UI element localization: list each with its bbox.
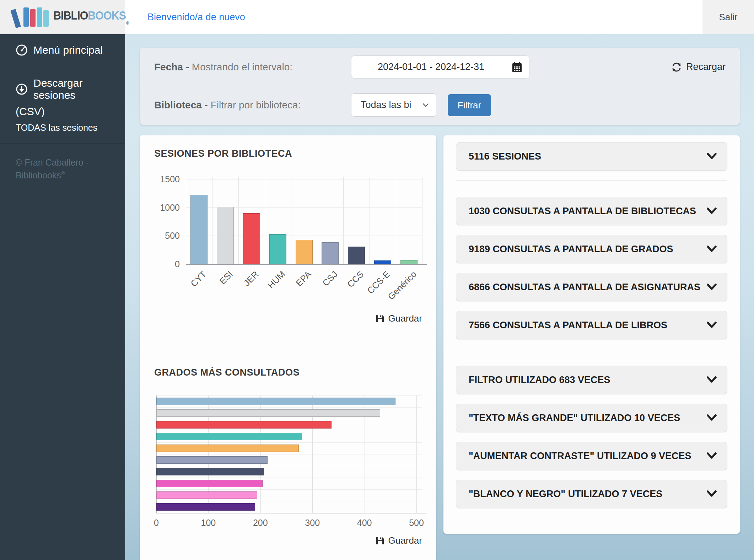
library-filter-row: Biblioteca - Filtrar por biblioteca: Tod…	[140, 86, 740, 124]
chart2-gridline-h	[156, 454, 422, 454]
date-range-input[interactable]: 2024-01-01 - 2024-12-31	[351, 55, 529, 79]
chart1-gridline-v	[343, 177, 344, 264]
library-select[interactable]: Todas las bi	[351, 93, 436, 117]
accordion-item[interactable]: 6866 CONSULTAS A PANTALLA DE ASIGNATURAS	[456, 273, 727, 301]
chart2-bar-9	[156, 491, 257, 499]
sidebar-item-label-line2: (CSV)	[16, 106, 111, 118]
brand-logo: BIBLIOBOOKS®	[0, 0, 125, 34]
date-filter-label: Fecha - Mostrando el intervalo:	[154, 61, 292, 73]
chart2-gridline-v	[416, 395, 417, 513]
chart2-gridline-h	[156, 501, 422, 501]
accordion-item[interactable]: 1030 CONSULTAS A PANTALLA DE BIBLIOTECAS	[456, 197, 727, 225]
chart1-ytick-label: 1000	[140, 203, 180, 213]
accordion-item-label: "TEXTO MÁS GRANDE" UTILIZADO 10 VECES	[469, 413, 680, 424]
chart2-xtick-label: 300	[305, 518, 320, 528]
chevron-down-icon	[706, 283, 717, 291]
chart1-bar-ESI	[217, 207, 234, 264]
accordion-item[interactable]: "AUMENTAR CONTRASTE" UTILIZADO 9 VECES	[456, 442, 727, 470]
top-header: BIBLIOBOOKS® Bienvenido/a de nuevo Salir	[0, 0, 754, 34]
chart1-gridline-h	[186, 179, 422, 179]
download-icon	[16, 83, 28, 95]
sessions-by-library-chart: 050010001500CYTESIJERHUMEPACSJCCSCCS-EGe…	[140, 177, 436, 313]
sidebar-item-main-menu[interactable]: Menú principal	[0, 34, 125, 67]
brand-name: BIBLIOBOOKS®	[53, 9, 129, 26]
save-chart1-link[interactable]: Guardar	[375, 313, 422, 324]
chart2-bar-2	[156, 409, 380, 417]
accordion-item[interactable]: "BLANCO Y NEGRO" UTILIZADO 7 VECES	[456, 480, 727, 508]
sidebar-copyright: © Fran Caballero - Bibliobooks®	[0, 144, 125, 182]
chevron-down-icon	[706, 414, 717, 422]
accordion-item[interactable]: 9189 CONSULTAS A PANTALLA DE GRADOS	[456, 235, 727, 263]
sidebar-item-download-csv[interactable]: Descargar sesiones (CSV) TODAS las sesio…	[0, 67, 125, 144]
chart2-bar-7	[156, 468, 264, 475]
chart1-title: SESIONES POR BIBLIOTECA	[154, 148, 292, 159]
chart2-bar-5	[156, 445, 299, 452]
accordion-item[interactable]: FILTRO UTILIZADO 683 VECES	[456, 366, 727, 394]
stats-panel: 5116 SESIONES1030 CONSULTAS A PANTALLA D…	[443, 135, 740, 534]
chart2-xtick-label: 400	[357, 518, 372, 528]
chart1-gridline-v	[317, 177, 317, 264]
chart1-gridline-v	[291, 177, 291, 264]
chart2-gridline-h	[156, 489, 422, 490]
chart1-gridline-v	[422, 177, 422, 264]
chart2-gridline-h	[156, 466, 422, 466]
chart1-bar-EPA	[296, 240, 313, 264]
accordion-item[interactable]: "TEXTO MÁS GRANDE" UTILIZADO 10 VECES	[456, 404, 727, 432]
chart2-bar-6	[156, 456, 268, 464]
chart2-xtick-label: 200	[253, 518, 268, 528]
filter-panel: Fecha - Mostrando el intervalo: 2024-01-…	[140, 48, 740, 125]
accordion-item-label: FILTRO UTILIZADO 683 VECES	[469, 375, 610, 386]
sidebar-item-label: Menú principal	[33, 44, 103, 56]
accordion-item-label: 7566 CONSULTAS A PANTALLA DE LIBROS	[469, 320, 667, 331]
chart2-xtick-label: 500	[409, 518, 424, 528]
accordion-item-label: "BLANCO Y NEGRO" UTILIZADO 7 VECES	[469, 489, 662, 500]
chart2-x-axis	[156, 513, 427, 513]
chart1-x-axis	[186, 264, 427, 265]
accordion-item[interactable]: 5116 SESIONES	[456, 142, 727, 171]
chart1-ytick-label: 500	[140, 231, 180, 241]
chart1-gridline-v	[238, 177, 239, 264]
accordion-item[interactable]: 7566 CONSULTAS A PANTALLA DE LIBROS	[456, 311, 727, 339]
chevron-down-icon	[706, 321, 717, 329]
logout-button[interactable]: Salir	[702, 0, 754, 34]
chevron-down-icon	[706, 490, 717, 498]
accordion-item-label: 5116 SESIONES	[469, 151, 541, 162]
chart1-gridline-v	[370, 177, 370, 264]
chart2-gridline-h	[156, 431, 422, 431]
filter-button[interactable]: Filtrar	[448, 94, 491, 116]
calendar-icon	[511, 61, 523, 73]
chart2-bar-4	[156, 433, 302, 440]
accordion-item-label: "AUMENTAR CONTRASTE" UTILIZADO 9 VECES	[469, 451, 691, 462]
chart2-bar-1	[156, 398, 395, 405]
chart2-gridline-h	[156, 407, 422, 408]
chevron-down-icon	[422, 103, 429, 107]
chart2-xtick-label: 0	[154, 518, 159, 528]
chart2-gridline-h	[156, 419, 422, 419]
chart1-bar-JER	[243, 213, 260, 264]
save-icon	[375, 536, 385, 545]
chart2-xtick-label: 100	[201, 518, 216, 528]
chevron-down-icon	[706, 376, 717, 384]
library-filter-label: Biblioteca - Filtrar por biblioteca:	[154, 99, 301, 111]
chevron-down-icon	[706, 207, 717, 215]
app-window: BIBLIOBOOKS® Bienvenido/a de nuevo Salir…	[0, 0, 754, 560]
chart1-bar-CCS-E	[374, 260, 391, 264]
chart2-gridline-h	[156, 395, 422, 396]
charts-panel: SESIONES POR BIBLIOTECA 050010001500CYTE…	[140, 135, 436, 560]
chart2-gridline-h	[156, 478, 422, 478]
top-degrees-chart: 0100200300400500	[140, 395, 436, 538]
sidebar-item-label: Descargar sesiones	[33, 77, 111, 101]
chart1-gridline-v	[396, 177, 396, 264]
sidebar-download-subtitle: TODAS las sesiones	[16, 123, 111, 133]
save-chart2-link[interactable]: Guardar	[375, 535, 422, 546]
reload-button[interactable]: Recargar	[671, 61, 726, 72]
chart1-bar-CSJ	[322, 242, 339, 264]
chart1-bar-Genérico	[400, 260, 418, 264]
accordion-item-label: 1030 CONSULTAS A PANTALLA DE BIBLIOTECAS	[469, 206, 696, 217]
sidebar: Menú principal Descargar sesiones (CSV) …	[0, 34, 125, 560]
chart1-ytick-label: 0	[140, 259, 180, 269]
chart2-bar-8	[156, 480, 263, 487]
group-divider	[456, 349, 727, 349]
save-icon	[375, 314, 385, 323]
welcome-link[interactable]: Bienvenido/a de nuevo	[147, 12, 245, 23]
